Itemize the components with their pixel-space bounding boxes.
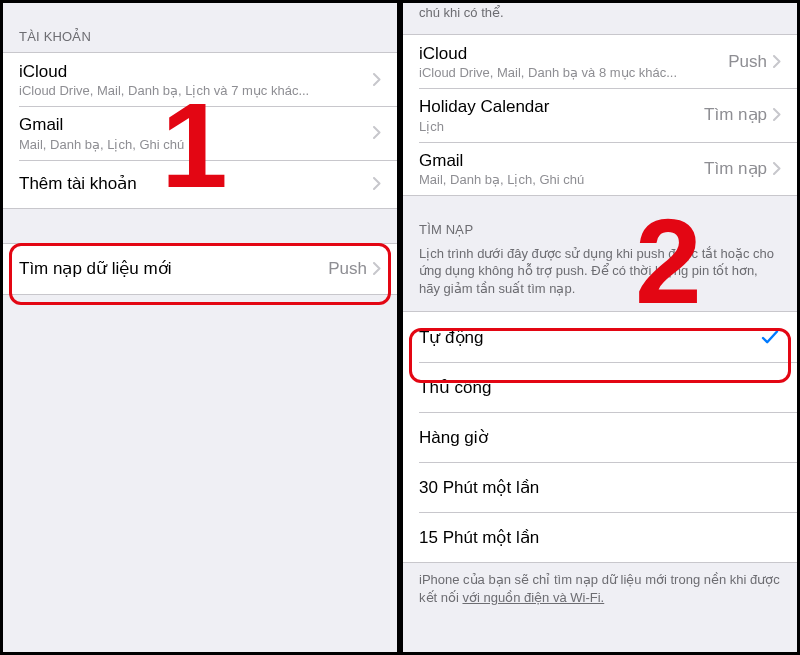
- row-title: iCloud: [419, 43, 728, 64]
- checkmark-icon: [761, 328, 779, 346]
- chevron-right-icon: [773, 162, 781, 175]
- row-title: Holiday Calendar: [419, 96, 704, 117]
- spacer: [3, 209, 397, 243]
- chevron-right-icon: [373, 177, 381, 190]
- row-title: Thêm tài khoản: [19, 173, 373, 194]
- fetch-options-group: Tự động Thủ công Hàng giờ 30 Phút một lầ…: [403, 311, 797, 563]
- row-value: Tìm nạp: [704, 104, 767, 125]
- row-subtitle: Mail, Danh bạ, Lịch, Ghi chú: [19, 137, 373, 152]
- fetch-footer-note: iPhone của bạn sẽ chỉ tìm nạp dữ liệu mớ…: [403, 563, 797, 620]
- chevron-right-icon: [373, 126, 381, 139]
- option-label: 15 Phút một lần: [419, 527, 781, 548]
- accounts-group: iCloud iCloud Drive, Mail, Danh bạ, Lịch…: [3, 52, 397, 209]
- truncated-header-text: chú khi có thể.: [403, 3, 797, 34]
- row-title: Gmail: [19, 114, 373, 135]
- row-title: Tìm nạp dữ liệu mới: [19, 258, 328, 279]
- fetch-option-auto[interactable]: Tự động: [403, 312, 797, 362]
- account-row-holiday-calendar[interactable]: Holiday Calendar Lịch Tìm nạp: [403, 88, 797, 141]
- option-label: Hàng giờ: [419, 427, 781, 448]
- chevron-right-icon: [373, 262, 381, 275]
- chevron-right-icon: [373, 73, 381, 86]
- account-row-gmail[interactable]: Gmail Mail, Danh bạ, Lịch, Ghi chú Tìm n…: [403, 142, 797, 195]
- account-row-icloud[interactable]: iCloud iCloud Drive, Mail, Danh bạ và 8 …: [403, 35, 797, 88]
- account-row-gmail[interactable]: Gmail Mail, Danh bạ, Lịch, Ghi chú: [3, 106, 397, 159]
- option-label: Tự động: [419, 327, 761, 348]
- fetch-new-data-row[interactable]: Tìm nạp dữ liệu mới Push: [3, 244, 397, 294]
- row-title: Gmail: [419, 150, 704, 171]
- fetch-option-30min[interactable]: 30 Phút một lần: [403, 462, 797, 512]
- row-subtitle: Lịch: [419, 119, 704, 134]
- account-row-icloud[interactable]: iCloud iCloud Drive, Mail, Danh bạ, Lịch…: [3, 53, 397, 106]
- fetch-schedule-screen: chú khi có thể. iCloud iCloud Drive, Mai…: [403, 3, 797, 652]
- row-subtitle: iCloud Drive, Mail, Danh bạ và 8 mục khá…: [419, 65, 728, 80]
- add-account-row[interactable]: Thêm tài khoản: [3, 160, 397, 208]
- row-value: Push: [728, 52, 767, 72]
- section-header-fetch: TÌM NẠP: [403, 196, 797, 245]
- fetch-description: Lịch trình dưới đây được sử dụng khi pus…: [403, 245, 797, 312]
- row-subtitle: Mail, Danh bạ, Lịch, Ghi chú: [419, 172, 704, 187]
- section-header-accounts: TÀI KHOẢN: [3, 3, 397, 52]
- fetch-option-hourly[interactable]: Hàng giờ: [403, 412, 797, 462]
- fetch-option-15min[interactable]: 15 Phút một lần: [403, 512, 797, 562]
- option-label: Thủ công: [419, 377, 781, 398]
- settings-accounts-screen: TÀI KHOẢN iCloud iCloud Drive, Mail, Dan…: [3, 3, 397, 652]
- chevron-right-icon: [773, 108, 781, 121]
- footer-text-b: với nguồn điện và Wi-Fi.: [462, 590, 604, 605]
- row-value: Push: [328, 259, 367, 279]
- chevron-right-icon: [773, 55, 781, 68]
- row-subtitle: iCloud Drive, Mail, Danh bạ, Lịch và 7 m…: [19, 83, 373, 98]
- accounts-group: iCloud iCloud Drive, Mail, Danh bạ và 8 …: [403, 34, 797, 196]
- row-value: Tìm nạp: [704, 158, 767, 179]
- fetch-option-manual[interactable]: Thủ công: [403, 362, 797, 412]
- option-label: 30 Phút một lần: [419, 477, 781, 498]
- row-title: iCloud: [19, 61, 373, 82]
- fetch-group: Tìm nạp dữ liệu mới Push: [3, 243, 397, 295]
